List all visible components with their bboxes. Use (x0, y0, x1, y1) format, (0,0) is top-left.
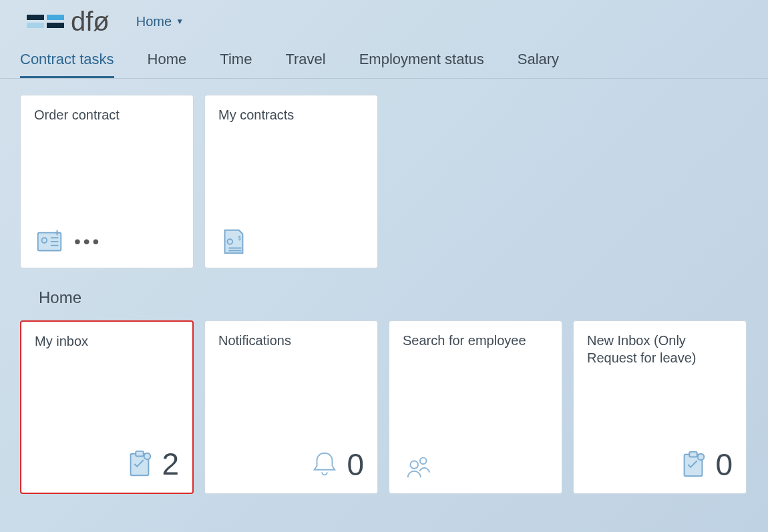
nav-tab-contract-tasks[interactable]: Contract tasks (20, 51, 114, 78)
svg-point-7 (227, 239, 232, 244)
ellipsis-icon: ••• (74, 231, 102, 252)
brand-mark-icon (27, 15, 64, 28)
nav-tab-salary[interactable]: Salary (518, 51, 559, 76)
tile-notifications[interactable]: Notifications 0 (204, 320, 378, 494)
tile-count: 2 (162, 446, 179, 482)
svg-point-18 (698, 454, 705, 461)
tile-row-home: My inbox 2 Notifications 0 Search for em… (20, 320, 748, 494)
svg-point-15 (420, 458, 427, 465)
content-area: Order contract ••• My contracts $ Home M… (0, 79, 768, 530)
tile-order-contract[interactable]: Order contract ••• (20, 95, 194, 268)
nav-tab-time[interactable]: Time (220, 51, 252, 76)
brand-text: dfø (71, 7, 110, 37)
tile-search-employee[interactable]: Search for employee (389, 320, 562, 494)
top-bar: dfø Home ▼ (0, 0, 768, 39)
tile-title: Search for employee (403, 332, 548, 349)
svg-text:$: $ (238, 234, 242, 242)
svg-point-14 (411, 461, 419, 469)
svg-point-1 (42, 238, 47, 243)
tile-title: My inbox (35, 332, 179, 350)
tile-title: Notifications (218, 332, 364, 349)
section-title-home: Home (39, 288, 748, 307)
id-card-plus-icon (34, 226, 65, 257)
brand-logo: dfø (27, 7, 110, 37)
home-menu-dropdown[interactable]: Home ▼ (136, 14, 184, 29)
tile-title: My contracts (218, 106, 364, 123)
svg-rect-17 (690, 452, 698, 457)
money-doc-icon: $ (218, 226, 249, 257)
nav-tab-employment-status[interactable]: Employment status (359, 51, 484, 76)
tile-my-inbox[interactable]: My inbox 2 (20, 320, 194, 494)
nav-tab-travel[interactable]: Travel (285, 51, 325, 76)
nav-tab-home[interactable]: Home (148, 51, 187, 76)
nav-tabs: Contract tasks Home Time Travel Employme… (0, 39, 768, 79)
tile-my-contracts[interactable]: My contracts $ (204, 95, 378, 268)
svg-rect-12 (136, 451, 144, 457)
chevron-down-icon: ▼ (176, 17, 184, 26)
tile-title: New Inbox (Only Request for leave) (587, 332, 733, 366)
home-menu-label: Home (136, 14, 172, 29)
tile-title: Order contract (34, 106, 180, 123)
tile-count: 0 (347, 447, 364, 483)
bell-icon (309, 449, 340, 480)
tile-row-contract-tasks: Order contract ••• My contracts $ (20, 95, 748, 268)
tile-count: 0 (715, 447, 733, 483)
people-icon (403, 452, 433, 483)
clipboard-icon (678, 449, 709, 480)
tile-new-inbox[interactable]: New Inbox (Only Request for leave) 0 (573, 320, 747, 494)
svg-point-13 (144, 453, 151, 460)
clipboard-icon (124, 449, 155, 479)
